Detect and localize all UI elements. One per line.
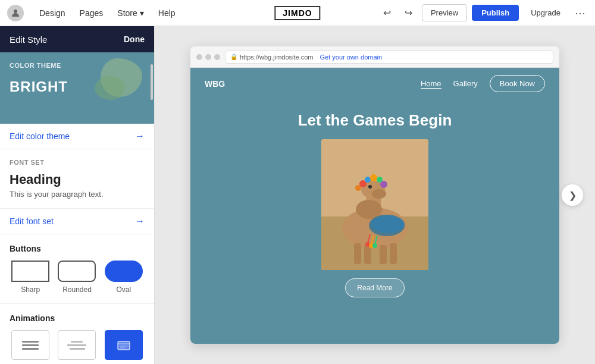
- site-hero-image: [321, 139, 428, 270]
- sidebar-title: Edit Style: [10, 34, 47, 45]
- url-bar[interactable]: 🔒 https://wbg.jimdosite.com Get your own…: [225, 51, 553, 64]
- site-brand: WBG: [205, 79, 421, 89]
- site-read-more-button[interactable]: Read More: [345, 278, 405, 297]
- svg-rect-1: [118, 341, 130, 350]
- content-area: 🔒 https://wbg.jimdosite.com Get your own…: [155, 26, 595, 364]
- browser-dot-2: [205, 54, 211, 60]
- scrollbar-thumb[interactable]: [151, 64, 153, 100]
- done-button[interactable]: Done: [124, 34, 145, 44]
- svg-rect-22: [380, 245, 387, 264]
- sidebar-content: COLOR THEME BRIGHT Edit color theme → FO…: [0, 52, 154, 364]
- animation-slide-option[interactable]: Slide in: [56, 330, 98, 364]
- svg-point-17: [380, 181, 387, 188]
- main-layout: Edit Style Done COLOR THEME BRIGHT Edit …: [0, 26, 595, 364]
- svg-point-11: [372, 189, 386, 199]
- rounded-label: Rounded: [62, 285, 92, 294]
- sidebar: Edit Style Done COLOR THEME BRIGHT Edit …: [0, 26, 155, 364]
- svg-point-15: [370, 174, 377, 181]
- animations-section: Animations None: [0, 304, 154, 364]
- redo-button[interactable]: ↪: [400, 5, 417, 21]
- nav-design[interactable]: Design: [33, 5, 71, 21]
- browser-dots: [196, 54, 220, 60]
- arrow-right-icon: →: [135, 131, 145, 142]
- more-menu-button[interactable]: ⋯: [572, 7, 588, 20]
- chevron-down-icon: ▾: [140, 8, 144, 18]
- nav-store[interactable]: Store ▾: [111, 5, 149, 21]
- undo-button[interactable]: ↩: [379, 5, 396, 21]
- svg-point-18: [355, 185, 361, 191]
- site-nav-home[interactable]: Home: [421, 79, 441, 89]
- oval-label: Oval: [116, 285, 131, 294]
- preview-button[interactable]: Preview: [422, 4, 467, 21]
- nav-links: Design Pages Store ▾ Help: [33, 5, 379, 21]
- url-text: https://wbg.jimdosite.com: [240, 54, 314, 61]
- website-content: WBG Home Gallery Book Now Let the Games …: [190, 68, 559, 344]
- svg-point-25: [371, 215, 405, 233]
- browser-dot-1: [196, 54, 202, 60]
- logo-container: JIMDO: [274, 6, 320, 20]
- font-set-section: FONT SET Heading This is your paragraph …: [0, 149, 154, 209]
- browser-mockup: 🔒 https://wbg.jimdosite.com Get your own…: [190, 46, 559, 344]
- color-theme-section: COLOR THEME BRIGHT: [0, 52, 154, 124]
- site-nav: WBG Home Gallery Book Now: [190, 68, 559, 99]
- site-nav-gallery[interactable]: Gallery: [453, 79, 478, 88]
- site-nav-links: Home Gallery Book Now: [421, 75, 545, 92]
- font-heading-preview: Heading: [10, 172, 145, 187]
- svg-point-0: [14, 10, 17, 13]
- color-blob-2: [95, 76, 124, 100]
- slide-preview: [58, 330, 96, 360]
- svg-point-14: [365, 177, 371, 183]
- svg-rect-23: [390, 243, 397, 264]
- button-rounded-option[interactable]: Rounded: [56, 261, 98, 294]
- domain-cta-link[interactable]: Get your own domain: [320, 54, 383, 61]
- user-avatar[interactable]: [7, 5, 24, 21]
- site-hero: Let the Games Begin: [190, 99, 559, 303]
- oval-preview: [105, 261, 143, 282]
- svg-rect-21: [364, 245, 371, 264]
- lock-icon: 🔒: [230, 54, 237, 60]
- sharp-preview: [11, 261, 49, 282]
- publish-button[interactable]: Publish: [472, 5, 519, 21]
- svg-point-12: [368, 185, 372, 189]
- edit-font-set-link[interactable]: Edit font set →: [0, 209, 154, 234]
- nav-actions: ↩ ↪ Preview Publish Upgrade ⋯: [379, 4, 588, 21]
- svg-rect-20: [354, 243, 361, 264]
- nav-help[interactable]: Help: [152, 5, 181, 21]
- buttons-title: Buttons: [10, 244, 145, 253]
- edit-color-theme-link[interactable]: Edit color theme →: [0, 124, 154, 149]
- sidebar-header: Edit Style Done: [0, 26, 154, 52]
- button-oval-option[interactable]: Oval: [103, 261, 145, 294]
- upgrade-button[interactable]: Upgrade: [524, 5, 568, 21]
- buttons-section: Buttons Sharp Rounded Oval: [0, 234, 154, 304]
- browser-toolbar: 🔒 https://wbg.jimdosite.com Get your own…: [190, 46, 559, 68]
- animation-none-option[interactable]: None: [10, 330, 51, 364]
- browser-dot-3: [214, 54, 220, 60]
- svg-point-31: [372, 243, 377, 248]
- font-set-label: FONT SET: [10, 159, 145, 166]
- button-sharp-option[interactable]: Sharp: [10, 261, 51, 294]
- site-book-now-button[interactable]: Book Now: [490, 75, 545, 92]
- sharp-label: Sharp: [21, 285, 40, 294]
- fade-preview: [105, 330, 143, 360]
- none-icon: [22, 341, 39, 350]
- font-paragraph-preview: This is your paragraph text.: [10, 190, 145, 199]
- animation-fade-option[interactable]: Fade in: [103, 330, 145, 364]
- sidebar-scrollbar: [151, 52, 153, 364]
- svg-point-19: [356, 200, 382, 219]
- animation-options: None Slide in: [10, 330, 145, 364]
- top-navigation: Design Pages Store ▾ Help JIMDO ↩ ↪ Prev…: [0, 0, 595, 26]
- animations-title: Animations: [10, 313, 145, 323]
- nav-pages[interactable]: Pages: [74, 5, 109, 21]
- site-hero-title: Let the Games Begin: [190, 111, 559, 130]
- fade-icon: [115, 337, 132, 353]
- arrow-right-icon-2: →: [135, 216, 145, 227]
- rounded-preview: [58, 261, 96, 282]
- site-logo: JIMDO: [274, 6, 320, 20]
- next-arrow-icon: ❯: [569, 190, 577, 201]
- next-arrow-button[interactable]: ❯: [562, 184, 583, 206]
- none-preview: [11, 330, 49, 360]
- button-shape-options: Sharp Rounded Oval: [10, 261, 145, 294]
